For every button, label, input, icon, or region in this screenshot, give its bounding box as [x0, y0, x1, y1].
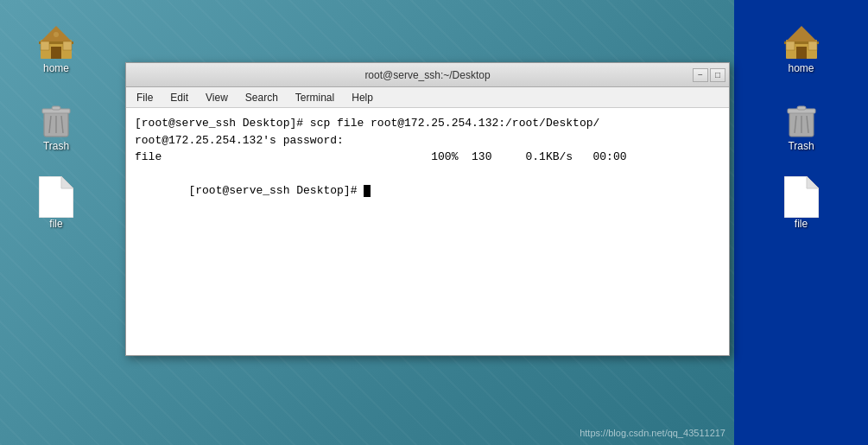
svg-rect-20 — [786, 41, 795, 50]
menu-edit[interactable]: Edit — [163, 90, 195, 105]
file-icon-left — [39, 176, 73, 218]
svg-rect-24 — [797, 106, 806, 110]
titlebar-controls: − □ — [693, 68, 725, 82]
terminal-title: root@serve_ssh:~/Desktop — [364, 69, 490, 81]
terminal-line-1: [root@serve_ssh Desktop]# scp file root@… — [135, 115, 720, 132]
terminal-line-2: root@172.25.254.132's password: — [135, 132, 720, 149]
trash-label-right: Trash — [788, 140, 814, 152]
menu-terminal[interactable]: Terminal — [288, 90, 341, 105]
trash-icon-left — [35, 99, 77, 140]
left-sidebar: home Trash — [0, 0, 112, 445]
terminal-window: root@serve_ssh:~/Desktop − □ File Edit V… — [125, 62, 730, 356]
svg-marker-28 — [784, 176, 819, 218]
svg-rect-4 — [41, 41, 49, 50]
svg-rect-21 — [808, 41, 817, 50]
sidebar-item-trash-right[interactable]: Trash — [763, 95, 840, 156]
terminal-menubar: File Edit View Search Terminal Help — [126, 87, 729, 108]
maximize-button[interactable]: □ — [710, 68, 725, 82]
terminal-content[interactable]: [root@serve_ssh Desktop]# scp file root@… — [126, 108, 729, 355]
watermark: https://blog.csdn.net/qq_43511217 — [580, 428, 725, 438]
menu-file[interactable]: File — [130, 90, 160, 105]
svg-rect-3 — [51, 47, 61, 59]
home-label-left: home — [43, 62, 69, 74]
trash-label-left: Trash — [43, 140, 69, 152]
svg-rect-5 — [63, 41, 72, 50]
svg-marker-15 — [61, 176, 73, 188]
terminal-line-4: [root@serve_ssh Desktop]# — [135, 166, 720, 217]
desktop: home Trash — [0, 0, 868, 445]
svg-point-6 — [54, 32, 59, 37]
right-sidebar: home Trash file — [734, 0, 868, 445]
svg-marker-14 — [39, 176, 73, 218]
svg-marker-17 — [784, 26, 819, 43]
menu-view[interactable]: View — [199, 90, 235, 105]
svg-rect-10 — [52, 106, 60, 110]
home-icon-left — [35, 21, 77, 62]
svg-marker-29 — [807, 176, 819, 188]
terminal-titlebar: root@serve_ssh:~/Desktop − □ — [126, 63, 729, 87]
sidebar-item-trash-left[interactable]: Trash — [17, 95, 95, 156]
menu-help[interactable]: Help — [345, 90, 380, 105]
terminal-cursor — [364, 185, 371, 197]
menu-search[interactable]: Search — [238, 90, 285, 105]
home-icon-right — [781, 21, 822, 62]
trash-icon-right — [781, 99, 822, 140]
sidebar-item-file-right[interactable]: file — [763, 173, 840, 233]
file-label-right: file — [795, 218, 808, 230]
terminal-line-3: file 100% 130 0.1KB/s 00:00 — [135, 149, 720, 166]
sidebar-item-file-left[interactable]: file — [17, 173, 95, 233]
file-label-left: file — [49, 218, 62, 230]
sidebar-item-home-left[interactable]: home — [17, 17, 95, 78]
file-icon-right — [784, 176, 819, 218]
minimize-button[interactable]: − — [693, 68, 708, 82]
svg-rect-19 — [796, 47, 807, 59]
home-label-right: home — [788, 62, 814, 74]
sidebar-item-home-right[interactable]: home — [763, 17, 840, 78]
